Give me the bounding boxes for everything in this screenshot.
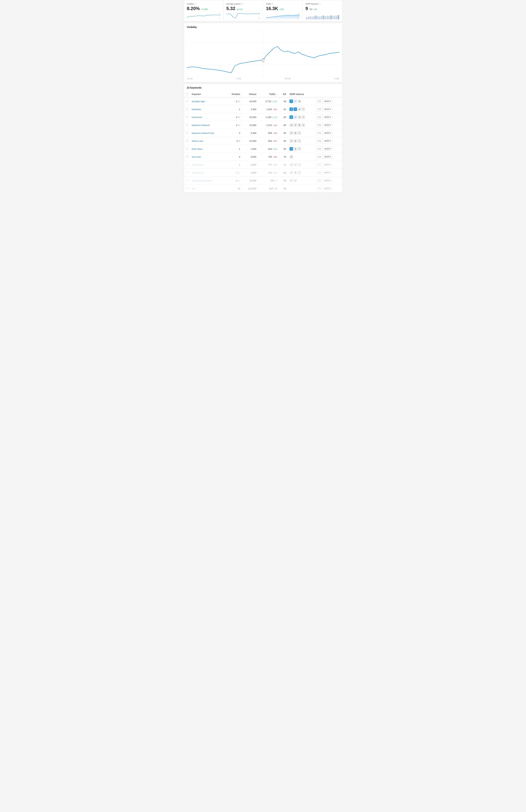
serp-icons-cell: 🔗◼☷ [288,137,314,145]
row-checkbox-1[interactable] [186,108,188,110]
serp-features-mini-chart [305,12,339,19]
row-checkbox-6[interactable] [186,147,188,150]
serp-button[interactable]: SERP ▾ [322,131,333,135]
row-checkbox-4[interactable] [186,132,188,134]
trend-button[interactable]: ↗ ▾ [316,131,322,135]
trend-button[interactable]: ↗ ▾ [316,107,322,111]
traffic-change: +542 [279,8,284,11]
serp-icons-group: 🔗◼☷ [289,139,312,143]
action-cell: ↗ ▾ SERP ▾ [314,145,342,153]
svg-rect-19 [323,15,324,19]
keyword-cell[interactable]: buzzstream [190,161,226,169]
keyword-cell[interactable]: backlinko [190,105,226,113]
action-cell: ↗ ▾ SERP ▾ [314,137,342,145]
trend-button[interactable]: ↗ ▾ [316,155,322,159]
keyword-cell[interactable]: buzzsumo [190,113,226,121]
serp-button[interactable]: SERP ▾ [322,178,333,183]
kd-cell: 78 [279,153,288,161]
trend-button[interactable]: ↗ ▾ [316,147,322,151]
traffic-cell: 910 −58 [258,185,279,192]
position-cell: 6 ▾1 [226,137,242,145]
avg-position-info-icon[interactable]: ⓘ [241,3,243,5]
trend-button[interactable]: ↗ ▾ [316,171,322,175]
svg-rect-13 [312,17,313,19]
trend-button[interactable]: ↗ ▾ [316,186,322,191]
table-row: youtube seo1 ▲22,800701 +15458◼◾☷ ↗ ▾ SE… [184,169,342,177]
serp-features-info-icon[interactable]: ⓘ [319,3,321,5]
svg-rect-23 [330,15,332,19]
trend-button[interactable]: ↗ ▾ [316,163,322,167]
serp-icons-cell: ⚆🔗◼☷ [288,105,314,113]
keyword-cell[interactable]: keyword research [190,121,226,129]
keyword-cell[interactable]: seo [190,185,226,192]
header-keyword: Keyword [190,91,226,97]
serp-icons-group: 🔗◼☷ [289,131,312,135]
header-volume[interactable]: Volume [242,91,258,97]
serp-icons-cell: ◼◾☷ [288,169,314,177]
serp-button[interactable]: SERP ▾ [322,163,333,167]
trend-button[interactable]: ↗ ▾ [316,139,322,143]
serp-button[interactable]: SERP ▾ [322,171,333,175]
serp-button[interactable]: SERP ▾ [322,115,333,119]
svg-rect-18 [321,16,322,19]
x-label-feb20: 20 Feb [285,77,291,79]
kd-cell: 90 [279,137,288,145]
svg-text:4: 4 [219,18,220,19]
serp-button[interactable]: SERP ▾ [322,99,333,103]
keyword-cell[interactable]: youtube tags [190,97,226,105]
volume-cell: 24,000 [242,137,258,145]
svg-rect-20 [325,16,326,19]
keyword-cell[interactable]: youtube seo [190,169,226,177]
svg-rect-11 [308,17,310,19]
row-checkbox-10[interactable] [186,179,188,182]
row-checkbox-5[interactable] [186,140,188,142]
keyword-cell[interactable]: keyword research tool [190,129,226,137]
traffic-cell: 1,824 −563 [258,105,279,113]
serp-button[interactable]: SERP ▾ [322,123,333,127]
visibility-section: Visibility ⚙ 15 Jan 2 [184,23,342,82]
kd-cell: 12 [279,161,288,169]
trend-button[interactable]: ↗ ▾ [316,99,322,103]
traffic-cell: 816 +118 [258,145,279,153]
serp-icons-cell [288,185,314,192]
volume-cell: 1,600 [242,145,258,153]
kd-cell: 99 [279,185,288,192]
kd-cell: 42 [279,105,288,113]
keyword-cell[interactable]: brian dean [190,145,226,153]
header-position[interactable]: Position [226,91,242,97]
keyword-cell[interactable]: youtube subscribers [190,177,226,185]
volume-cell: 10,000 [242,177,258,185]
trend-button[interactable]: ↗ ▾ [316,123,322,127]
x-label-mar9: 9 Mar [334,77,339,79]
row-checkbox-8[interactable] [186,163,188,166]
serp-button[interactable]: SERP ▾ [322,155,333,159]
table-row: keyword research2 ▲110,0001,513 −13486◼🔗… [184,121,342,129]
serp-button[interactable]: SERP ▾ [322,186,333,191]
row-checkbox-0[interactable] [186,100,188,102]
row-checkbox-11[interactable] [186,187,188,190]
row-checkbox-9[interactable] [186,171,188,174]
keywords-section: 23 keywords Keyword Position Volume Traf… [184,84,342,193]
traffic-cell: 575 +3 [258,177,279,185]
row-checkbox-7[interactable] [186,155,188,158]
header-traffic[interactable]: Traffic ↓ [258,91,279,97]
serp-button[interactable]: SERP ▾ [322,107,333,111]
row-checkbox-2[interactable] [186,116,188,118]
serp-icons-group: ◼ [289,155,312,159]
trend-button[interactable]: ↗ ▾ [316,115,322,119]
serp-button[interactable]: SERP ▾ [322,147,333,151]
header-kd[interactable]: KD [279,91,288,97]
serp-button[interactable]: SERP ▾ [322,139,333,143]
keyword-cell[interactable]: what is seo [190,137,226,145]
select-all-checkbox[interactable] [186,93,188,95]
row-checkbox-3[interactable] [186,124,188,126]
trend-button[interactable]: ↗ ▾ [316,178,322,183]
volume-cell: 5,400 [242,129,258,137]
volume-cell: 16,000 [242,97,258,105]
visibility-info-icon[interactable]: ⓘ [194,3,196,5]
position-cell: 1 [226,145,242,153]
volume-cell: 3,800 [242,161,258,169]
traffic-info-icon[interactable]: ⓘ [272,3,274,5]
volume-cell: 10,000 [242,121,258,129]
keyword-cell[interactable]: seo tools [190,153,226,161]
